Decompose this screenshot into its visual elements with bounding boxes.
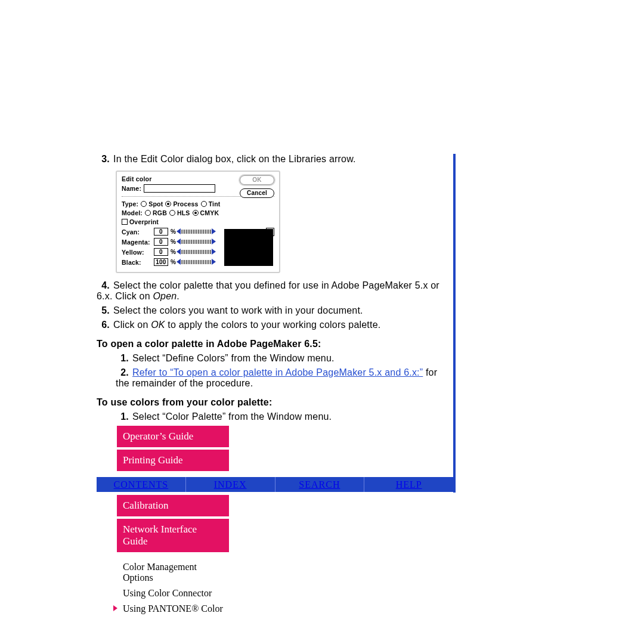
step-number: 5. bbox=[97, 305, 110, 316]
yellow-slider[interactable] bbox=[177, 249, 216, 255]
bottom-search[interactable]: SEARCH bbox=[275, 477, 365, 492]
nav-calibration[interactable]: Calibration bbox=[117, 495, 229, 516]
heading-use-colors: To use colors from your color palette: bbox=[97, 397, 453, 408]
step-number: 1. bbox=[116, 411, 129, 422]
yellow-value[interactable]: 0 bbox=[154, 248, 168, 256]
step-text: In the Edit Color dialog box, click on t… bbox=[113, 154, 356, 164]
step-3: 3.In the Edit Color dialog box, click on… bbox=[97, 154, 453, 165]
nav-sub-pantone[interactable]: Using PANTONE® Color bbox=[117, 601, 229, 617]
substep-3: 1.Select “Color Palette” from the Window… bbox=[97, 411, 453, 422]
type-spot-radio[interactable]: Spot bbox=[141, 200, 163, 208]
cyan-value[interactable]: 0 bbox=[154, 228, 168, 236]
step-number: 4. bbox=[97, 280, 110, 291]
step-4: 4.Select the color palette that you defi… bbox=[97, 280, 453, 302]
step-text: Click on bbox=[113, 320, 151, 330]
bottom-help[interactable]: HELP bbox=[364, 477, 453, 492]
substep-1: 1.Select “Define Colors” from the Window… bbox=[97, 353, 453, 364]
model-row: Model: RGB HLS CMYK bbox=[122, 209, 274, 216]
step-number: 6. bbox=[97, 320, 110, 330]
type-label: Type: bbox=[122, 200, 138, 208]
name-input[interactable] bbox=[144, 184, 215, 193]
step-text: Select “Color Palette” from the Window m… bbox=[132, 411, 332, 422]
model-rgb-radio[interactable]: RGB bbox=[145, 209, 167, 216]
sidebar: Operator’s Guide Printing Guide Color Ma… bbox=[110, 426, 229, 617]
step-number: 1. bbox=[116, 353, 129, 364]
nav-sub-color-connector[interactable]: Using Color Connector bbox=[117, 586, 229, 601]
step-text: Select the colors you want to work with … bbox=[113, 305, 363, 315]
model-cmyk-radio[interactable]: CMYK bbox=[193, 209, 219, 216]
model-label: Model: bbox=[122, 209, 143, 216]
magenta-slider[interactable] bbox=[177, 239, 216, 245]
black-value[interactable]: 100 bbox=[154, 258, 168, 266]
substep-2: 2.Refer to “To open a color palette in A… bbox=[97, 367, 453, 389]
black-slider[interactable] bbox=[177, 259, 216, 265]
bottom-bar: CONTENTS INDEX SEARCH HELP bbox=[97, 477, 453, 492]
step-text: Select “Define Colors” from the Window m… bbox=[132, 353, 335, 363]
step-text: Select the color palette that you define… bbox=[97, 280, 439, 301]
name-label: Name: bbox=[122, 185, 141, 192]
type-row: Type: Spot Process Tint bbox=[122, 200, 274, 208]
step-5: 5.Select the colors you want to work wit… bbox=[97, 305, 453, 316]
ok-word: OK bbox=[151, 320, 165, 330]
step-number: 2. bbox=[116, 367, 129, 378]
model-hls-radio[interactable]: HLS bbox=[169, 209, 190, 216]
edit-color-dialog: Edit color OK Cancel Name: Type: Spot Pr… bbox=[116, 171, 280, 273]
nav-sub-cm-options[interactable]: Color Management Options bbox=[117, 559, 229, 586]
cyan-slider[interactable] bbox=[177, 228, 216, 235]
nav-network-interface[interactable]: Network Interface Guide bbox=[117, 519, 229, 552]
open-word: Open bbox=[153, 291, 177, 301]
color-swatch bbox=[224, 229, 273, 266]
overprint-checkbox[interactable]: Overprint bbox=[122, 218, 159, 225]
sidebar-nav: Operator’s Guide Printing Guide Color Ma… bbox=[110, 426, 229, 617]
ok-button[interactable]: OK bbox=[240, 175, 274, 185]
cancel-button[interactable]: Cancel bbox=[240, 188, 274, 198]
nav-printing-guide[interactable]: Printing Guide bbox=[117, 450, 229, 471]
page-content: 3.In the Edit Color dialog box, click on… bbox=[97, 154, 574, 617]
type-process-radio[interactable]: Process bbox=[165, 200, 198, 208]
step-number: 3. bbox=[97, 154, 110, 165]
vertical-rule bbox=[453, 154, 456, 493]
type-tint-radio[interactable]: Tint bbox=[201, 200, 221, 208]
overprint-row: Overprint bbox=[122, 218, 274, 225]
cross-ref-link[interactable]: Refer to “To open a color palette in Ado… bbox=[132, 367, 423, 377]
magenta-value[interactable]: 0 bbox=[154, 238, 168, 246]
bottom-index[interactable]: INDEX bbox=[186, 477, 275, 492]
nav-operators-guide[interactable]: Operator’s Guide bbox=[117, 426, 229, 447]
heading-open-65: To open a color palette in Adobe PageMak… bbox=[97, 339, 453, 349]
main-column: 3.In the Edit Color dialog box, click on… bbox=[97, 154, 453, 426]
bottom-contents[interactable]: CONTENTS bbox=[97, 477, 186, 492]
step-6: 6.Click on OK to apply the colors to you… bbox=[97, 320, 453, 330]
